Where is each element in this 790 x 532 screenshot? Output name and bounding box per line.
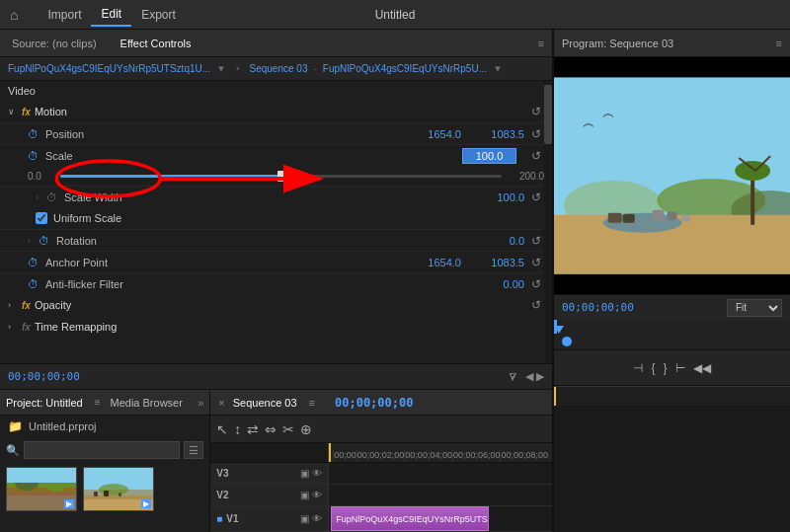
timeline-timecode: 00;00;00;00 (335, 396, 413, 410)
monitor-bottom (554, 385, 790, 532)
tab-source[interactable]: Source: (no clips) (8, 36, 101, 51)
project-file-item[interactable]: 📁 Untitled.prproj (0, 416, 209, 437)
uniform-scale-checkbox[interactable] (36, 212, 47, 224)
anchor-reset[interactable]: ↺ (528, 256, 544, 269)
tool-roll[interactable]: ⇄ (247, 421, 259, 437)
thumb-2-badge: ▶ (141, 499, 151, 508)
btn-mark-out[interactable]: ⊢ (675, 361, 685, 375)
panel-menu-icon[interactable]: ≡ (538, 38, 544, 49)
slider-fill (60, 175, 281, 178)
ruler-mark-1: 00;00;02;00 (356, 450, 405, 462)
search-filter-button[interactable]: ☰ (184, 441, 203, 459)
file-icon: 📁 (8, 419, 23, 433)
fit-select[interactable]: Fit 25% 50% 100% (727, 299, 782, 317)
position-value1[interactable]: 1654.0 (412, 128, 461, 140)
rotation-stopwatch[interactable]: ⏱ (39, 235, 52, 247)
search-icon: 🔍 (6, 444, 20, 457)
project-content: 📁 Untitled.prproj 🔍 ☰ (0, 416, 209, 532)
position-value2[interactable]: 1083.5 (475, 128, 524, 140)
tab-effect-controls[interactable]: Effect Controls (117, 36, 196, 51)
v2-toggle[interactable]: ▣ (300, 490, 309, 500)
scale-stopwatch[interactable]: ⏱ (28, 150, 41, 162)
seq-close[interactable]: × (218, 397, 224, 409)
scale-reset[interactable]: ↺ (528, 149, 544, 163)
rotation-reset[interactable]: ↺ (528, 234, 544, 248)
menu-export[interactable]: Export (131, 4, 186, 26)
scale-width-reset[interactable]: ↺ (528, 190, 544, 204)
fx-badge-time: fx (22, 322, 31, 333)
btn-frame-forward[interactable]: } (664, 361, 668, 375)
position-label: Position (45, 128, 408, 140)
tab-project[interactable]: Project: Untitled (6, 397, 83, 409)
source-name[interactable]: FupNlPoQuX4gsC9IEqUYsNrRp5UTSztq1U... (8, 63, 210, 74)
v3-lock[interactable]: 👁 (312, 468, 322, 479)
clip-block-v1[interactable]: FupNlPoQuX4gsC9IEqUYsNrRp5UTS (331, 506, 489, 531)
time-remapping-name: Time Remapping (35, 321, 544, 333)
motion-header[interactable]: ∨ fx Motion ↺ (0, 101, 552, 122)
position-stopwatch[interactable]: ⏱ (28, 128, 41, 140)
track-v1-content[interactable]: FupNlPoQuX4gsC9IEqUYsNrRp5UTS (329, 506, 552, 531)
btn-frame-back[interactable]: { (651, 361, 655, 375)
time-remapping-chevron: › (8, 322, 18, 332)
seq-arrow[interactable]: ▼ (493, 63, 503, 74)
monitor-buttons: ⊣ { } ⊢ ◀◀ (554, 349, 790, 385)
monitor-sub-timeline (554, 334, 790, 349)
scale-input[interactable] (462, 148, 516, 164)
slider-thumb[interactable] (277, 171, 285, 182)
anchor-stopwatch[interactable]: ⏱ (28, 257, 41, 268)
btn-mark-in[interactable]: ⊣ (633, 361, 643, 375)
monitor-marker (562, 337, 572, 346)
menu-import[interactable]: Import (38, 4, 91, 26)
track-v2-content[interactable] (329, 485, 552, 505)
v1-toggle[interactable]: ▣ (300, 513, 309, 524)
monitor-timeline[interactable] (554, 320, 790, 334)
opacity-reset[interactable]: ↺ (528, 298, 544, 312)
anti-flicker-stopwatch[interactable]: ⏱ (28, 278, 41, 290)
tool-select[interactable]: ↖ (216, 421, 228, 437)
tab-media-browser[interactable]: Media Browser (111, 397, 183, 409)
position-reset[interactable]: ↺ (528, 127, 544, 141)
scale-width-value[interactable]: 100.0 (475, 191, 524, 203)
motion-reset[interactable]: ↺ (528, 105, 544, 118)
v3-toggle[interactable]: ▣ (300, 468, 309, 479)
anchor-value1[interactable]: 1654.0 (412, 257, 461, 268)
tool-rate[interactable]: ⇔ (265, 421, 276, 437)
opacity-header[interactable]: › fx Opacity ↺ (0, 294, 552, 316)
track-v3-content[interactable] (329, 463, 552, 484)
tool-ripple[interactable]: ↕ (234, 421, 241, 437)
track-v1-label: V1 (226, 513, 238, 524)
menu-edit[interactable]: Edit (91, 3, 131, 27)
track-v3: V3 ▣ 👁 (210, 463, 552, 485)
v2-lock[interactable]: 👁 (312, 490, 322, 500)
monitor-menu-icon[interactable]: ≡ (776, 38, 782, 49)
thumbnail-2[interactable]: ▶ (83, 467, 154, 511)
track-v2: V2 ▣ 👁 (210, 485, 552, 506)
anti-flicker-value[interactable]: 0.00 (475, 278, 524, 290)
timeline-ruler[interactable]: 00;00 00;00;02;00 00;00;04;00 00;00;06;0… (329, 443, 552, 462)
anchor-value2[interactable]: 1083.5 (475, 257, 524, 268)
thumbnail-1[interactable]: ▶ (6, 467, 77, 511)
sequence-full-name[interactable]: FupNlPoQuX4gsC9IEqUYsNrRp5U... (323, 63, 487, 74)
scale-slider[interactable] (60, 175, 502, 178)
sequence-name[interactable]: Sequence 03 (250, 63, 308, 74)
ruler-label-col (210, 443, 329, 462)
tool-razor[interactable]: ✂ (282, 421, 294, 437)
home-icon[interactable]: ⌂ (10, 7, 18, 23)
project-search-input[interactable] (24, 441, 180, 459)
anti-flicker-reset[interactable]: ↺ (528, 277, 544, 291)
btn-rewind[interactable]: ◀◀ (693, 361, 711, 375)
expand-icon[interactable]: » (198, 397, 203, 409)
svg-rect-14 (104, 491, 109, 496)
track-v2-label-area: V2 ▣ 👁 (210, 485, 329, 505)
project-menu[interactable]: ≡ (95, 397, 101, 408)
time-remapping-header[interactable]: › fx Time Remapping (0, 316, 552, 338)
timeline-menu[interactable]: ≡ (309, 397, 315, 409)
svg-rect-22 (750, 176, 754, 225)
filter-icon[interactable]: ⛛ (508, 370, 519, 384)
nav-arrows[interactable]: ◀ ▶ (525, 370, 544, 383)
v1-lock[interactable]: 👁 (312, 513, 322, 524)
source-arrow[interactable]: ▼ (216, 63, 226, 74)
rotation-value[interactable]: 0.0 (475, 235, 524, 247)
tool-slip[interactable]: ⊕ (300, 421, 312, 437)
svg-point-23 (735, 161, 770, 181)
